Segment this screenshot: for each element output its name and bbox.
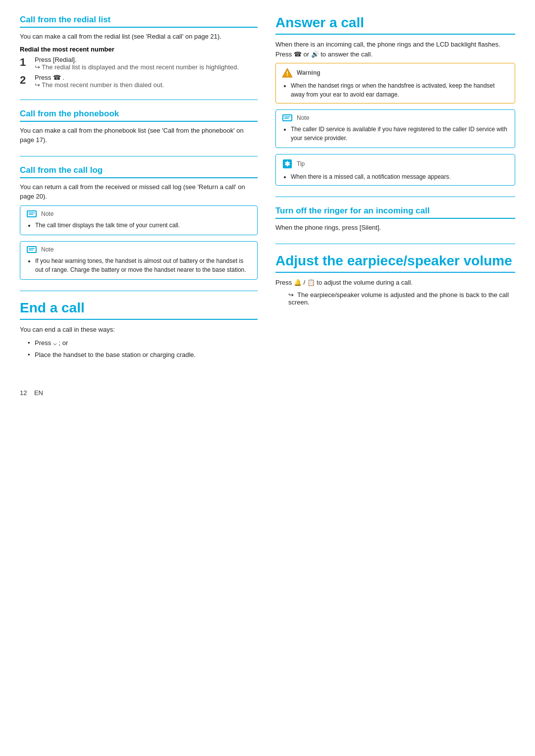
endcall-section: End a call You can end a call in these w… [20,300,258,360]
endcall-intro: You can end a call in these ways: [20,325,258,335]
phonebook-text: You can make a call from the phonebook l… [20,126,258,145]
warning-icon: ! [282,67,293,78]
note-box-right: Note The caller ID service is available … [275,109,515,148]
page-footer: 12 EN [20,389,258,397]
calllog-section: Call from the call log You can return a … [20,165,258,280]
note-item-2: If you hear warning tones, the handset i… [35,256,251,274]
note-box-1: Note The call timer displays the talk ti… [20,205,258,235]
left-column: Call from the redial list You can make a… [20,15,258,397]
tip-icon: ✱ [282,158,293,169]
endcall-bullet-2: Place the handset to the base station or… [28,350,258,360]
step-1-num: 1 [20,56,31,69]
redial-intro: You can make a call from the redial list… [20,32,258,42]
volume-section: Adjust the earpiece/speaker volume Press… [275,253,515,306]
divider-1 [20,100,258,100]
volume-arrow-block: ↪ The earpiece/speaker volume is adjuste… [275,291,515,306]
divider-3 [20,291,258,291]
ringer-text: When the phone rings, press [Silent]. [275,223,515,233]
tip-header: ✱ Tip [282,158,509,169]
step-2-text: Press ☎ . [35,74,64,81]
endcall-bullet-1: Press ⌵ ; or [28,338,258,348]
step-2-num: 2 [20,74,31,87]
phonebook-title: Call from the phonebook [20,109,258,122]
svg-rect-8 [283,115,292,121]
note-header-2: Note [26,246,251,253]
divider-right-2 [275,244,515,244]
svg-text:✱: ✱ [284,160,290,168]
step-1: 1 Press [Redial]. The redial list is dis… [20,56,258,71]
step-list: 1 Press [Redial]. The redial list is dis… [20,56,258,89]
note-label-right: Note [297,114,309,121]
tip-list: When there is a missed call, a notificat… [282,172,509,181]
svg-rect-0 [27,211,36,217]
note-icon-2 [26,246,37,253]
answer-section: Answer a call When there is an incoming … [275,15,515,186]
tip-item: When there is a missed call, a notificat… [291,172,509,181]
endcall-list: Press ⌵ ; or Place the handset to the ba… [28,338,258,359]
ringer-section: Turn off the ringer for an incoming call… [275,206,515,233]
page-lang: EN [34,389,43,397]
step-1-content: Press [Redial]. The redial list is displ… [35,56,258,71]
divider-2 [20,156,258,156]
calllog-title: Call from the call log [20,165,258,178]
page-number: 12 [20,389,27,397]
warning-box: ! Warning When the handset rings or when… [275,63,515,103]
note-list-2: If you hear warning tones, the handset i… [26,256,251,274]
redial-section: Call from the redial list You can make a… [20,15,258,89]
note-icon-right [282,114,293,122]
calllog-text: You can return a call from the received … [20,182,258,202]
note-label-1: Note [41,210,54,217]
volume-text: Press 🔔 / 📋 to adjust the volume during … [275,278,515,288]
note-box-2: Note If you hear warning tones, the hand… [20,241,258,280]
note-list-1: The call timer displays the talk time of… [26,221,251,230]
tip-box: ✱ Tip When there is a missed call, a not… [275,154,515,186]
step-2-content: Press ☎ . The most recent number is then… [35,74,258,89]
svg-text:!: ! [286,70,288,77]
answer-text: When there is an incoming call, the phon… [275,40,515,59]
note-item-right: The caller ID service is available if yo… [291,125,509,143]
ringer-title: Turn off the ringer for an incoming call [275,206,515,219]
step-2: 2 Press ☎ . The most recent number is th… [20,74,258,89]
warning-item: When the handset rings or when the hands… [291,81,509,99]
step-2-arrow: The most recent number is then dialed ou… [35,81,258,89]
warning-label: Warning [297,69,321,76]
redial-sub: Redial the most recent number [20,46,258,53]
note-header-1: Note [26,210,251,218]
step-1-arrow: The redial list is displayed and the mos… [35,63,258,71]
divider-right-1 [275,197,515,197]
right-column: Answer a call When there is an incoming … [275,15,515,397]
volume-arrow: ↪ The earpiece/speaker volume is adjuste… [288,291,509,306]
phonebook-section: Call from the phonebook You can make a c… [20,109,258,145]
note-header-right: Note [282,114,509,122]
note-list-right: The caller ID service is available if yo… [282,125,509,143]
note-icon-1 [26,210,37,218]
svg-rect-3 [27,247,36,252]
warning-list: When the handset rings or when the hands… [282,81,509,99]
note-item-1: The call timer displays the talk time of… [35,221,251,230]
step-1-text: Press [Redial]. [35,56,77,63]
endcall-title: End a call [20,300,258,320]
tip-label: Tip [297,160,305,167]
answer-title: Answer a call [275,15,515,35]
note-label-2: Note [41,246,54,253]
redial-title: Call from the redial list [20,15,258,28]
volume-title: Adjust the earpiece/speaker volume [275,253,515,273]
warning-header: ! Warning [282,67,509,78]
